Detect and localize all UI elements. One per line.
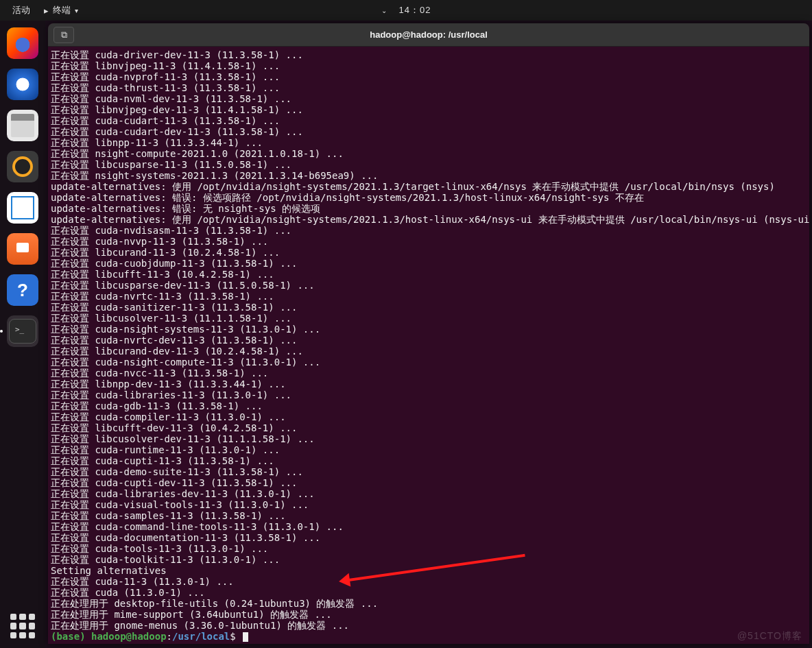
terminal-line: update-alternatives: 使用 /opt/nvidia/nsig…: [51, 214, 807, 225]
terminal-line: 正在设置 cuda-nvrtc-dev-11-3 (11.3.58-1) ...: [51, 335, 807, 346]
terminal-line: 正在设置 libcusparse-dev-11-3 (11.5.0.58-1) …: [51, 280, 807, 291]
prompt-user: (base) hadoop@hadoop: [51, 631, 167, 642]
terminal-glyph: >_: [15, 325, 24, 334]
dock: ? >_: [0, 21, 45, 648]
terminal-line: update-alternatives: 错误: 无 nsight-sys 的候…: [51, 203, 807, 214]
date-chevron-icon[interactable]: ⌄: [381, 7, 387, 14]
terminal-line: 正在设置 cuda-nvrtc-11-3 (11.3.58-1) ...: [51, 291, 807, 302]
terminal-line: 正在设置 libnvjpeg-dev-11-3 (11.4.1.58-1) ..…: [51, 104, 807, 115]
terminal-line: 正在设置 cuda-toolkit-11-3 (11.3.0-1) ...: [51, 554, 807, 565]
terminal-line: 正在设置 cuda-libraries-11-3 (11.3.0-1) ...: [51, 389, 807, 400]
terminal-line: 正在设置 cuda-nvdisasm-11-3 (11.3.58-1) ...: [51, 225, 807, 236]
terminal-line: update-alternatives: 使用 /opt/nvidia/nsig…: [51, 181, 807, 192]
terminal-line: 正在处理用于 gnome-menus (3.36.0-1ubuntu1) 的触发…: [51, 620, 807, 631]
terminal-line: 正在设置 cuda-cudart-dev-11-3 (11.3.58-1) ..…: [51, 126, 807, 137]
terminal-line: 正在设置 cuda-visual-tools-11-3 (11.3.0-1) .…: [51, 499, 807, 510]
thunderbird-icon[interactable]: [7, 69, 38, 100]
terminal-menu-icon: ▸: [44, 5, 49, 16]
terminal-line: 正在设置 nsight-systems-2021.1.3 (2021.1.3.1…: [51, 170, 807, 181]
rhythmbox-icon[interactable]: [7, 151, 38, 182]
terminal-line: 正在设置 libcurand-11-3 (10.2.4.58-1) ...: [51, 247, 807, 258]
terminal-line: 正在设置 cuda-gdb-11-3 (11.3.58-1) ...: [51, 400, 807, 411]
terminal-line: 正在设置 libcusparse-11-3 (11.5.0.58-1) ...: [51, 159, 807, 170]
terminal-line: 正在设置 libnpp-dev-11-3 (11.3.3.44-1) ...: [51, 379, 807, 389]
terminal-app-icon[interactable]: >_: [7, 315, 38, 347]
terminal-line: Setting alternatives: [51, 565, 807, 576]
terminal-line: 正在设置 cuda-nsight-systems-11-3 (11.3.0-1)…: [51, 324, 807, 335]
terminal-line: 正在设置 cuda-demo-suite-11-3 (11.3.58-1) ..…: [51, 466, 807, 477]
cursor: [243, 632, 248, 642]
app-menu-label: 终端: [53, 4, 71, 16]
terminal-line: 正在设置 nsight-compute-2021.1.0 (2021.1.0.1…: [51, 148, 807, 159]
clock[interactable]: 14：02: [399, 4, 431, 16]
libreoffice-writer-icon[interactable]: [7, 192, 38, 224]
terminal-line: 正在设置 cuda-nsight-compute-11-3 (11.3.0-1)…: [51, 357, 807, 368]
terminal-prompt[interactable]: (base) hadoop@hadoop:/usr/local$: [51, 631, 807, 642]
terminal-line: 正在设置 cuda-nvvp-11-3 (11.3.58-1) ...: [51, 236, 807, 247]
terminal-line: 正在设置 cuda-libraries-dev-11-3 (11.3.0-1) …: [51, 488, 807, 499]
terminal-line: 正在设置 libcufft-11-3 (10.4.2.58-1) ...: [51, 269, 807, 280]
new-tab-button[interactable]: ⧉: [53, 27, 74, 43]
terminal-line: 正在设置 cuda-runtime-11-3 (11.3.0-1) ...: [51, 444, 807, 455]
firefox-icon[interactable]: [7, 27, 38, 59]
app-menu[interactable]: ▸ 终端 ▾: [37, 4, 85, 16]
show-applications-button[interactable]: [10, 614, 35, 638]
terminal-line: 正在处理用于 desktop-file-utils (0.24-1ubuntu3…: [51, 598, 807, 609]
files-icon[interactable]: [7, 110, 38, 141]
prompt-colon: :: [167, 631, 172, 642]
activities-button[interactable]: 活动: [5, 4, 37, 16]
terminal-line: 正在设置 cuda-sanitizer-11-3 (11.3.58-1) ...: [51, 302, 807, 313]
terminal-line: 正在设置 libcurand-dev-11-3 (10.2.4.58-1) ..…: [51, 346, 807, 357]
terminal-line: 正在设置 cuda (11.3.0-1) ...: [51, 587, 807, 598]
terminal-line: 正在设置 cuda-documentation-11-3 (11.3.58-1)…: [51, 532, 807, 543]
terminal-line: 正在设置 cuda-driver-dev-11-3 (11.3.58-1) ..…: [51, 49, 807, 60]
terminal-output[interactable]: 正在设置 cuda-driver-dev-11-3 (11.3.58-1) ..…: [48, 47, 809, 644]
terminal-line: 正在设置 cuda-cupti-11-3 (11.3.58-1) ...: [51, 455, 807, 466]
terminal-line: update-alternatives: 错误: 候选项路径 /opt/nvid…: [51, 192, 807, 203]
window-title: hadoop@hadoop: /usr/local: [370, 29, 488, 40]
gnome-topbar: 活动 ▸ 终端 ▾ ⌄ 14：02: [0, 0, 812, 21]
terminal-line: 正在设置 cuda-11-3 (11.3.0-1) ...: [51, 576, 807, 587]
terminal-line: 正在设置 cuda-command-line-tools-11-3 (11.3.…: [51, 521, 807, 532]
terminal-window: ⧉ hadoop@hadoop: /usr/local 正在设置 cuda-dr…: [48, 23, 809, 644]
help-icon[interactable]: ?: [7, 274, 38, 306]
chevron-down-icon: ▾: [75, 7, 78, 14]
terminal-line: 正在设置 libnvjpeg-11-3 (11.4.1.58-1) ...: [51, 60, 807, 71]
terminal-line: 正在设置 cuda-nvcc-11-3 (11.3.58-1) ...: [51, 368, 807, 379]
terminal-line: 正在设置 cuda-thrust-11-3 (11.3.58-1) ...: [51, 82, 807, 93]
terminal-line: 正在设置 cuda-nvml-dev-11-3 (11.3.58-1) ...: [51, 93, 807, 104]
terminal-line: 正在设置 cuda-cudart-11-3 (11.3.58-1) ...: [51, 115, 807, 126]
titlebar[interactable]: ⧉ hadoop@hadoop: /usr/local: [48, 23, 809, 47]
ubuntu-software-icon[interactable]: [7, 233, 38, 265]
terminal-line: 正在设置 cuda-samples-11-3 (11.3.58-1) ...: [51, 510, 807, 521]
terminal-line: 正在设置 cuda-compiler-11-3 (11.3.0-1) ...: [51, 411, 807, 422]
terminal-line: 正在设置 libcusolver-dev-11-3 (11.1.1.58-1) …: [51, 433, 807, 444]
terminal-line: 正在设置 cuda-cuobjdump-11-3 (11.3.58-1) ...: [51, 258, 807, 269]
terminal-line: 正在设置 libcufft-dev-11-3 (10.4.2.58-1) ...: [51, 422, 807, 433]
terminal-line: 正在设置 libnpp-11-3 (11.3.3.44-1) ...: [51, 137, 807, 148]
terminal-line: 正在设置 cuda-cupti-dev-11-3 (11.3.58-1) ...: [51, 477, 807, 488]
terminal-line: 正在设置 cuda-tools-11-3 (11.3.0-1) ...: [51, 543, 807, 554]
watermark: @51CTO博客: [737, 630, 802, 643]
prompt-sign: $: [230, 631, 235, 642]
prompt-path: /usr/local: [172, 631, 230, 642]
terminal-line: 正在设置 cuda-nvprof-11-3 (11.3.58-1) ...: [51, 71, 807, 82]
terminal-line: 正在处理用于 mime-support (3.64ubuntu1) 的触发器 .…: [51, 609, 807, 620]
terminal-line: 正在设置 libcusolver-11-3 (11.1.1.58-1) ...: [51, 313, 807, 324]
